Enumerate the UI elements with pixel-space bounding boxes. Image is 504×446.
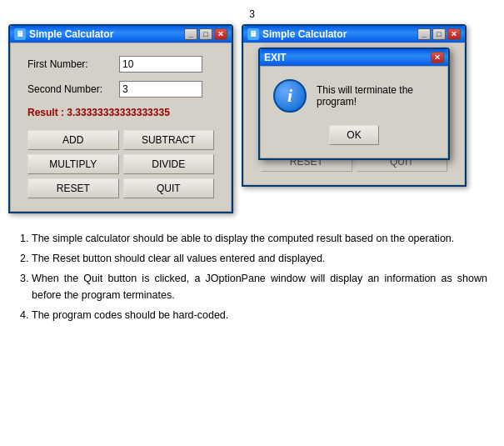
instruction-item-2: The Reset button should clear all values…	[32, 250, 487, 267]
calculator-window-1: 🖩 Simple Calculator _ □ ✕ First Number: …	[8, 24, 233, 213]
result-text: Result : 3.33333333333333335	[27, 107, 170, 118]
first-number-input[interactable]	[119, 56, 202, 73]
add-button[interactable]: ADD	[27, 130, 119, 150]
dialog-close-btn[interactable]: ✕	[431, 52, 444, 63]
close-btn-1[interactable]: ✕	[214, 28, 227, 40]
info-icon: i	[273, 79, 307, 113]
first-number-row: First Number:	[27, 56, 214, 73]
instruction-item-3: When the Quit button is clicked, a JOpti…	[32, 270, 487, 303]
window-title-1: Simple Calculator	[29, 28, 113, 40]
maximize-btn-1[interactable]: □	[199, 28, 212, 40]
app-icon-1: 🖩	[14, 28, 26, 40]
quit-button-1[interactable]: QUIT	[123, 178, 215, 198]
maximize-btn-2[interactable]: □	[432, 28, 446, 40]
instruction-item-1: The simple calculator should be able to …	[32, 230, 487, 247]
window-title-2: Simple Calculator	[262, 28, 347, 40]
result-row: Result : 3.33333333333333335	[27, 106, 214, 118]
dialog-buttons: OK	[273, 125, 435, 145]
dialog-body: i This will terminate the program! OK	[260, 66, 448, 158]
minimize-btn-2[interactable]: _	[417, 28, 431, 40]
instructions-section: The simple calculator should be able to …	[8, 230, 496, 323]
dialog-content: i This will terminate the program!	[273, 79, 435, 113]
calculator-window-2-container: 🖩 Simple Calculator _ □ ✕ First Number: …	[242, 24, 467, 213]
app-icon-2: 🖩	[247, 28, 259, 40]
page-number: 3	[8, 8, 496, 20]
titlebar-2: 🖩 Simple Calculator _ □ ✕	[243, 26, 465, 43]
second-number-input[interactable]	[119, 81, 202, 98]
dialog-message: This will terminate the program!	[317, 84, 435, 108]
dialog-titlebar: EXIT ✕	[260, 49, 448, 66]
instruction-item-4: The program codes should be hard-coded.	[32, 307, 487, 323]
button-grid: ADD SUBTRACT MULTIPLY DIVIDE RESET QUIT	[27, 130, 214, 198]
first-number-label: First Number:	[27, 58, 119, 70]
subtract-button[interactable]: SUBTRACT	[123, 130, 215, 150]
ok-button[interactable]: OK	[329, 125, 379, 145]
screenshots-row: 🖩 Simple Calculator _ □ ✕ First Number: …	[8, 24, 496, 213]
second-number-row: Second Number:	[27, 81, 214, 98]
instructions-list: The simple calculator should be able to …	[17, 230, 487, 323]
reset-button-1[interactable]: RESET	[27, 178, 119, 198]
multiply-button[interactable]: MULTIPLY	[27, 154, 119, 174]
titlebar-1: 🖩 Simple Calculator _ □ ✕	[10, 26, 232, 43]
close-btn-2[interactable]: ✕	[447, 28, 461, 40]
window-body-1: First Number: Second Number: Result : 3.…	[10, 43, 232, 212]
dialog-title: EXIT	[264, 52, 287, 63]
minimize-btn-1[interactable]: _	[184, 28, 197, 40]
exit-dialog: EXIT ✕ i This will terminate the program…	[258, 48, 450, 160]
win-controls-1: _ □ ✕	[184, 28, 227, 40]
second-number-label: Second Number:	[27, 83, 119, 95]
divide-button[interactable]: DIVIDE	[123, 154, 215, 174]
win-controls-2: _ □ ✕	[417, 28, 461, 40]
